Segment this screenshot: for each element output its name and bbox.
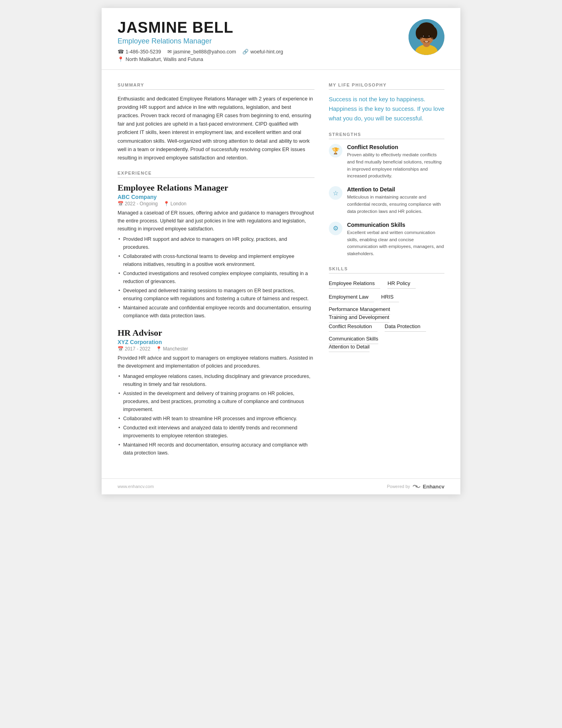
job-2-company: XYZ Corporation [118, 339, 314, 345]
bullet-item: Maintained HR records and documentation,… [118, 441, 314, 457]
email-value: jasmine_bell88@yahoo.com [173, 49, 236, 55]
bullet-item: Conducted exit interviews and analyzed d… [118, 424, 314, 440]
powered-by-text: Powered by [387, 484, 410, 489]
svg-point-12 [428, 35, 430, 37]
skills-title: SKILLS [329, 266, 444, 273]
calendar-icon: 📅 [118, 201, 124, 207]
phone-icon: ☎ [118, 49, 124, 55]
strength-2: ☆ Attention to Detail Meticulous in main… [329, 186, 444, 215]
header-info: JASMINE BELL Employee Relations Manager … [118, 19, 283, 62]
strength-1-content: Conflict Resolution Proven ability to ef… [347, 144, 444, 180]
skills-row-6: Communication Skills [329, 335, 444, 342]
job-2-title: HR Advisor [118, 328, 314, 338]
strength-1-name: Conflict Resolution [347, 144, 444, 150]
email-icon: ✉ [167, 49, 172, 55]
skill-employment-law: Employment Law [329, 292, 374, 302]
skills-row-5: Conflict Resolution Data Protection [329, 321, 444, 334]
skills-row-7: Attention to Detail [329, 343, 444, 350]
summary-text: Enthusiastic and dedicated Employee Rela… [118, 94, 314, 162]
job-1-title: Employee Relations Manager [118, 183, 314, 193]
footer-brand: Powered by Enhancv [387, 484, 444, 490]
bullet-item: Assisted in the development and delivery… [118, 390, 314, 413]
strength-3-name: Communication Skills [347, 222, 444, 228]
skills-row-3: Performance Management [329, 305, 444, 313]
calendar-icon-2: 📅 [118, 346, 124, 352]
bullet-item: Maintained accurate and confidential emp… [118, 304, 314, 320]
svg-point-15 [430, 37, 433, 40]
job-2-location: 📍 Manchester [156, 346, 188, 352]
bullet-item: Collaborated with HR team to streamline … [118, 415, 314, 423]
job-1-meta: 📅 2022 - Ongoing 📍 London [118, 201, 314, 207]
strength-3: ⚙ Communication Skills Excellent verbal … [329, 222, 444, 258]
skill-employee-relations: Employee Relations [329, 278, 381, 289]
enhancv-logo-icon [412, 484, 421, 489]
candidate-name: JASMINE BELL [118, 19, 283, 36]
strength-1-desc: Proven ability to effectively mediate co… [347, 152, 444, 180]
strengths-title: STRENGTHS [329, 132, 444, 139]
brand-name: Enhancv [423, 484, 444, 490]
location-icon: 📍 [118, 56, 124, 62]
avatar [409, 19, 444, 55]
job-1-company: ABC Company [118, 194, 314, 200]
job-2-bullets: Managed employee relations cases, includ… [118, 372, 314, 457]
strength-1-icon: 🏆 [329, 144, 342, 157]
bullet-item: Provided HR support and advice to manage… [118, 235, 314, 251]
strength-2-desc: Meticulous in maintaining accurate and c… [347, 194, 444, 215]
job-1-location: 📍 London [163, 201, 187, 207]
footer-website: www.enhancv.com [118, 484, 154, 489]
link-icon: 🔗 [242, 49, 249, 55]
email-contact: ✉ jasmine_bell88@yahoo.com [167, 49, 236, 55]
location-icon-job2: 📍 [156, 346, 162, 352]
philosophy-section: MY LIFE PHILOSOPHY Success is not the ke… [329, 83, 444, 123]
location-icon-job1: 📍 [163, 201, 169, 207]
phone-contact: ☎ 1-486-350-5239 [118, 49, 161, 55]
strength-1: 🏆 Conflict Resolution Proven ability to … [329, 144, 444, 180]
strength-3-content: Communication Skills Excellent verbal an… [347, 222, 444, 258]
location-row: 📍 North Malikafurt, Wallis and Futuna [118, 56, 283, 62]
candidate-title: Employee Relations Manager [118, 37, 283, 45]
job-1-bullets: Provided HR support and advice to manage… [118, 235, 314, 320]
header-contacts: ☎ 1-486-350-5239 ✉ jasmine_bell88@yahoo.… [118, 49, 283, 55]
job-2-meta: 📅 2017 - 2022 📍 Manchester [118, 346, 314, 352]
svg-point-14 [420, 37, 423, 40]
skill-attention-detail: Attention to Detail [329, 342, 370, 352]
svg-point-13 [425, 38, 428, 40]
footer: www.enhancv.com Powered by Enhancv [102, 478, 460, 494]
philosophy-text: Success is not the key to happiness. Hap… [329, 94, 444, 123]
job-1: Employee Relations Manager ABC Company 📅… [118, 183, 314, 320]
job-2-description: Provided HR advice and support to manage… [118, 354, 314, 370]
svg-point-11 [423, 35, 424, 37]
skill-hr-policy: HR Policy [387, 278, 416, 289]
location-contact: 📍 North Malikafurt, Wallis and Futuna [118, 56, 203, 62]
location-value: North Malikafurt, Wallis and Futuna [126, 57, 203, 62]
resume-page: JASMINE BELL Employee Relations Manager … [102, 8, 460, 494]
skill-hris: HRIS [381, 292, 399, 302]
right-column: MY LIFE PHILOSOPHY Success is not the ke… [329, 83, 444, 466]
job-1-period: 📅 2022 - Ongoing [118, 201, 158, 207]
skills-grid: Employee Relations HR Policy Employment … [329, 278, 444, 351]
avatar-image [409, 19, 444, 55]
website-contact: 🔗 woeful-hint.org [242, 49, 283, 55]
job-2: HR Advisor XYZ Corporation 📅 2017 - 2022… [118, 328, 314, 457]
experience-title: EXPERIENCE [118, 171, 314, 178]
skill-conflict-res: Conflict Resolution [329, 321, 377, 332]
left-column: SUMMARY Enthusiastic and dedicated Emplo… [118, 83, 314, 466]
header: JASMINE BELL Employee Relations Manager … [102, 8, 460, 70]
summary-section: SUMMARY Enthusiastic and dedicated Emplo… [118, 83, 314, 162]
strength-2-name: Attention to Detail [347, 186, 444, 193]
philosophy-title: MY LIFE PHILOSOPHY [329, 83, 444, 90]
bullet-item: Collaborated with cross-functional teams… [118, 252, 314, 268]
skills-row-2: Employment Law HRIS [329, 292, 444, 305]
bullet-item: Managed employee relations cases, includ… [118, 372, 314, 388]
skills-section: SKILLS Employee Relations HR Policy Empl… [329, 266, 444, 351]
skills-row-1: Employee Relations HR Policy [329, 278, 444, 291]
bullet-item: Conducted investigations and resolved co… [118, 270, 314, 285]
phone-value: 1-486-350-5239 [126, 49, 161, 55]
bullet-item: Developed and delivered training session… [118, 287, 314, 303]
experience-section: EXPERIENCE Employee Relations Manager AB… [118, 171, 314, 457]
svg-point-16 [415, 486, 417, 488]
job-1-description: Managed a caseload of ER issues, offerin… [118, 209, 314, 233]
summary-title: SUMMARY [118, 83, 314, 90]
strengths-section: STRENGTHS 🏆 Conflict Resolution Proven a… [329, 132, 444, 258]
website-value: woeful-hint.org [250, 49, 283, 55]
